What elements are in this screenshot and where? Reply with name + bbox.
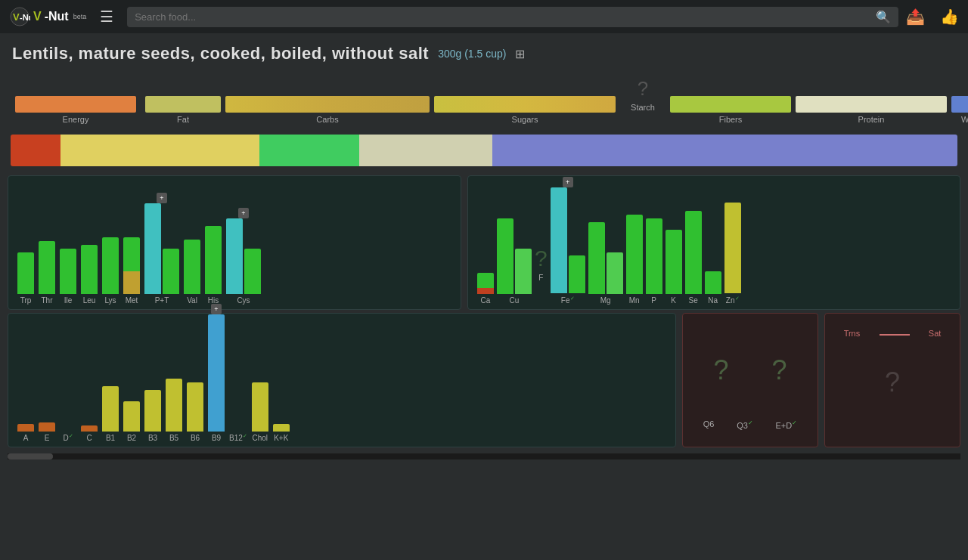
k-label: K [671, 296, 676, 305]
omega-questions: ? ? [692, 321, 808, 419]
scrollbar[interactable] [8, 453, 960, 459]
beta-label: beta [73, 13, 87, 20]
trns-label: Trns [844, 329, 861, 338]
carbs-bar [225, 96, 430, 113]
bar-p: P [646, 218, 662, 305]
q6-label: Q6 [703, 419, 715, 430]
svg-text:-Nut: -Nut [20, 13, 30, 22]
vitb2-label: B2 [127, 434, 136, 442]
bar-mg: Mg [588, 222, 623, 305]
fatty-chart-box: Trns Sat ? [824, 313, 960, 447]
chol-label: Chol [253, 434, 268, 442]
menu-icon[interactable]: ☰ [100, 8, 113, 26]
macro-section: Energy Fat Carbs Sugars ? Starch Fibers [0, 68, 968, 128]
q3-label: Q3✓ [737, 419, 753, 430]
amino-bar-chart: Trp Thr Ile Leu Lys [17, 184, 451, 305]
bar-se: Se [685, 211, 702, 305]
cys-label: Cys [237, 296, 250, 305]
bar-fe: + Fe✓ [551, 187, 585, 305]
bar-vit-b9: + B9 [208, 314, 225, 442]
pt-label: P+T [155, 296, 169, 305]
charts-section: Trp Thr Ile Leu Lys [0, 172, 968, 313]
carbs-label: Carbs [316, 115, 338, 124]
bar-cys: + Cys [226, 218, 261, 305]
val-label: Val [187, 296, 197, 305]
bar-mn: Mn [626, 215, 643, 305]
vitamins-chart-box: A E D✓ C B1 [8, 313, 676, 447]
macro-water: Water [951, 96, 968, 124]
f-question: ? [535, 246, 548, 271]
bar-his: His [205, 226, 222, 305]
search-icon[interactable]: 🔍 [876, 10, 891, 24]
water-bar [951, 96, 968, 113]
macro-carbs: Carbs [225, 96, 430, 124]
sat-label: Sat [929, 329, 942, 338]
bar-vit-b2: B2 [123, 401, 140, 442]
fatty-separator [880, 334, 910, 336]
scrollbar-thumb[interactable] [8, 453, 53, 459]
macro-starch: ? Starch [620, 77, 666, 124]
food-title-bar: Lentils, mature seeds, cooked, boiled, w… [0, 33, 968, 68]
share-icon[interactable]: 📤 [906, 8, 925, 26]
bar-vit-a: A [17, 424, 34, 442]
macro-bars-row: Energy Fat Carbs Sugars ? Starch Fibers [12, 74, 956, 124]
bar-ile: Ile [60, 249, 76, 305]
macro-fibers: Fibers [670, 96, 791, 124]
fe-label: Fe✓ [561, 295, 575, 305]
logo: V -Nut V-Nut beta [9, 6, 86, 27]
lys-label: Lys [104, 296, 116, 305]
bar-lys: Lys [102, 237, 119, 305]
logo-nut: -Nut [45, 10, 69, 23]
met-label: Met [126, 296, 138, 305]
bar-zn: Zn✓ [724, 203, 741, 305]
pt-plus: + [157, 193, 167, 203]
vitb5-label: B5 [169, 434, 178, 442]
bar-na: Na [705, 271, 721, 305]
omega-labels: Q6 Q3✓ E+D✓ [692, 419, 808, 430]
bar-vit-b5: B5 [166, 379, 182, 442]
header: V -Nut V-Nut beta ☰ 🔍 📤 👍 [0, 0, 968, 33]
like-icon[interactable]: 👍 [940, 8, 959, 26]
fibers-label: Fibers [719, 115, 743, 124]
q6-question: ? [713, 354, 728, 386]
food-serving: 300g (1.5 cup) [438, 48, 506, 60]
leu-label: Leu [83, 296, 96, 305]
bar-k: K [666, 230, 682, 305]
starch-label: Starch [631, 103, 655, 112]
vite-label: E [45, 434, 50, 442]
mg-label: Mg [600, 296, 611, 305]
fe-plus: + [563, 177, 573, 187]
bar-vit-b3: B3 [144, 390, 161, 442]
vitb9-label: B9 [212, 434, 221, 442]
comp-segment-3 [259, 135, 359, 166]
bar-chol: Chol [252, 382, 268, 442]
minerals-bar-chart: Ca Cu ? F + Fe✓ [477, 184, 951, 305]
vita-label: A [23, 434, 29, 442]
bar-kk: K+K [273, 424, 290, 442]
bar-vit-e: E [39, 422, 55, 442]
fat-label: Fat [177, 115, 189, 124]
bar-vit-d: D✓ [60, 431, 76, 442]
bar-ca: Ca [477, 273, 494, 305]
b9-plus: + [211, 304, 222, 314]
vitamins-bar-chart: A E D✓ C B1 [17, 321, 666, 442]
vitb3-label: B3 [148, 434, 157, 442]
energy-bar [15, 96, 136, 113]
protein-label: Protein [858, 115, 885, 124]
cu-label: Cu [510, 296, 520, 305]
water-label: Water [961, 115, 968, 124]
svg-text:V: V [13, 11, 20, 23]
kk-label: K+K [274, 434, 288, 442]
macro-fat: Fat [145, 96, 221, 124]
header-right: 📤 👍 [906, 8, 959, 26]
bar-f: ? F [535, 246, 548, 305]
bar-vit-b1: B1 [102, 386, 119, 442]
bar-vit-b6: B6 [187, 382, 203, 442]
serving-edit-icon[interactable]: ⊞ [515, 47, 525, 61]
starch-question: ? [638, 77, 648, 101]
vitc-label: C [86, 434, 92, 442]
vitb12-label: B12✓ [229, 433, 247, 442]
fatty-question: ? [885, 367, 900, 398]
ile-label: Ile [64, 296, 73, 305]
search-input[interactable] [135, 11, 871, 23]
